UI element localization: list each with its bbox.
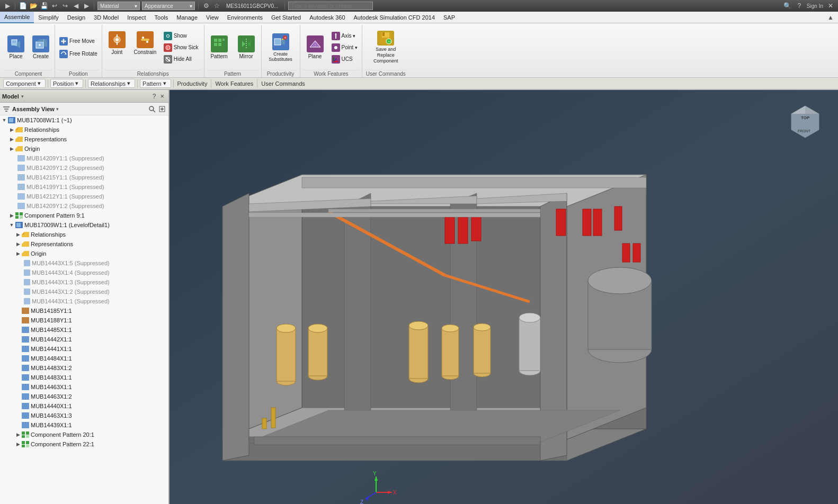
tree-item-mub14443x1-5[interactable]: MUB14443X1:5 (Suppressed) [0,258,168,268]
menu-tools[interactable]: Tools [150,12,173,23]
menu-simplify[interactable]: Simplify [34,12,63,23]
tree-item-mub14443x1-4[interactable]: MUB14443X1:4 (Suppressed) [0,268,168,277]
settings-icon[interactable]: ⚙ [202,2,210,10]
forward-icon[interactable]: ▶ [82,2,91,10]
tree-item-origin-1[interactable]: ▶ Origin [0,144,168,154]
panel-close-btn[interactable]: × [158,92,166,100]
viewport[interactable]: X Y Z TOP FRONT [170,90,838,504]
search-tree-icon[interactable] [148,105,156,113]
tree-item-root[interactable]: ▼ MUB17008W1:1 (~1) [0,115,168,125]
create-button[interactable]: Create [29,31,52,65]
tree-item-representations-2[interactable]: ▶ Representations [0,239,168,249]
menu-sap[interactable]: SAP [439,12,459,23]
open-icon[interactable]: 📂 [29,2,38,10]
tree-container[interactable]: ▼ MUB17008W1:1 (~1) ▶ Relationships ▶ Re… [0,115,168,504]
show-sick-button[interactable]: ! Show Sick [162,42,201,53]
create-substitutes-button[interactable]: + Create Substitutes [264,31,298,65]
filter-icon[interactable] [2,105,11,113]
show-button[interactable]: Show [162,31,201,41]
search-icon[interactable]: 🔍 [783,2,792,10]
expand-pattern-9-1[interactable]: ▶ [8,212,15,219]
tree-item-mub14188y1-1[interactable]: MUB14188Y1:1 [0,316,168,325]
back-icon[interactable]: ◀ [72,2,80,10]
relationships-dropdown[interactable]: Relationships ▾ [88,79,135,88]
tree-item-mub14484x1-1[interactable]: MUB14484X1:1 [0,354,168,363]
axis-button[interactable]: Axis ▾ [329,31,360,41]
expand-representations-1[interactable]: ▶ [8,136,15,142]
menu-get-started[interactable]: Get Started [267,12,305,23]
tree-item-mub14483x1-2[interactable]: MUB14483X1:2 [0,363,168,373]
mirror-button[interactable]: Mirror [234,31,259,65]
sign-in-link[interactable]: Sign In [807,3,823,9]
menu-design[interactable]: Design [63,12,90,23]
star-icon[interactable]: ☆ [212,2,221,10]
expand-origin-1[interactable]: ▶ [8,146,15,152]
redo-icon[interactable]: ↪ [61,2,69,10]
position-dropdown[interactable]: Position ▾ [50,79,83,88]
menu-environments[interactable]: Environments [223,12,267,23]
tree-item-mub14209y1-2[interactable]: MUB14209Y1:2 (Suppressed) [0,163,168,173]
free-move-button[interactable]: Free Move [57,36,97,47]
save-replace-button[interactable]: ↔ Save and Replace Component [364,29,407,66]
tree-item-mub14442x1-1[interactable]: MUB14442X1:1 [0,335,168,344]
menu-manage[interactable]: Manage [172,12,202,23]
pattern-button[interactable]: Pattern [207,31,232,65]
undo-icon[interactable]: ↩ [50,2,59,10]
menu-3dmodel[interactable]: 3D Model [90,12,123,23]
tree-item-pattern-9-1[interactable]: ▶ Component Pattern 9:1 [0,211,168,220]
tree-item-mub14443x1-1[interactable]: MUB14443X1:1 (Suppressed) [0,296,168,306]
save-icon[interactable]: 💾 [40,2,48,10]
work-features-label[interactable]: Work Features [213,80,255,87]
material-combo[interactable]: Material ▾ [97,2,140,10]
tree-item-mub14439x1-1[interactable]: MUB14439X1:1 [0,420,168,430]
menu-view[interactable]: View [202,12,223,23]
appearance-combo[interactable]: Appearance ▾ [142,2,195,10]
place-button[interactable]: Place [4,31,28,65]
tree-item-pattern-22-1[interactable]: ▶ Component Pattern 22:1 [0,439,168,449]
search-input[interactable] [288,2,373,10]
tree-item-mub17009w1-1[interactable]: ▼ MUB17009W1:1 (LevelofDetail1) [0,220,168,230]
tree-item-pattern-20-1[interactable]: ▶ Component Pattern 20:1 [0,430,168,439]
expand-representations-2[interactable]: ▶ [15,241,21,247]
pattern-dropdown[interactable]: Pattern ▾ [140,79,171,88]
expand-relationships-1[interactable]: ▶ [8,127,15,133]
tree-item-relationships-1[interactable]: ▶ Relationships [0,125,168,134]
menu-assemble[interactable]: Assemble [0,12,34,23]
free-rotate-button[interactable]: Free Rotate [57,49,100,59]
panel-help-btn[interactable]: ? [153,93,156,100]
expand-origin-2[interactable]: ▶ [15,250,21,257]
tree-item-mub14209y1-3[interactable]: MUB14209Y1:2 (Suppressed) [0,201,168,211]
expand-root[interactable]: ▼ [1,117,7,123]
assembly-view-arrow[interactable]: ▾ [56,106,59,112]
assembly-view-label[interactable]: Assembly View [12,106,55,112]
expand-pattern-22-1[interactable]: ▶ [15,441,21,447]
expand-mub17009w1-1[interactable]: ▼ [8,222,15,228]
tree-item-mub14443x1-2[interactable]: MUB14443X1:2 (Suppressed) [0,287,168,296]
expand-pattern-20-1[interactable]: ▶ [15,431,21,438]
point-button[interactable]: Point ▾ [329,42,360,53]
joint-button[interactable]: Joint [104,26,130,60]
user-commands-label[interactable]: User Commands [260,80,307,87]
tree-item-mub14463x1-3[interactable]: MUB14463X1:3 [0,411,168,420]
tree-item-mub14215y1-1[interactable]: MUB14215Y1:1 (Suppressed) [0,173,168,182]
menu-autodesk-360[interactable]: Autodesk 360 [305,12,349,23]
plane-button[interactable]: Plane [302,31,328,65]
ucs-button[interactable]: UCS [329,54,360,65]
tree-item-representations-1[interactable]: ▶ Representations [0,134,168,144]
tree-item-mub14440x1-1[interactable]: MUB14440X1:1 [0,401,168,411]
tree-item-mub14483x1-1[interactable]: MUB14483X1:1 [0,373,168,382]
help-icon[interactable]: ? [795,2,804,10]
expand-relationships-2[interactable]: ▶ [15,231,21,238]
productivity-label[interactable]: Productivity [176,80,209,87]
menu-simulation[interactable]: Autodesk Simulation CFD 2014 [350,12,439,23]
tree-item-mub14199y1-1[interactable]: MUB14199Y1:1 (Suppressed) [0,182,168,192]
tree-item-mub14443x1-3[interactable]: MUB14443X1:3 (Suppressed) [0,277,168,287]
component-dropdown[interactable]: Component ▾ [3,79,46,88]
tree-item-mub14485x1-1[interactable]: MUB14485X1:1 [0,325,168,335]
expand-all-icon[interactable] [158,105,166,113]
close-icon[interactable]: ✕ [826,2,835,10]
hide-all-button[interactable]: Hide All [162,54,201,65]
tree-item-mub14463x1-2[interactable]: MUB14463X1:2 [0,392,168,401]
tree-item-origin-2[interactable]: ▶ Origin [0,249,168,258]
expand-ribbon-icon[interactable]: ▲ [826,13,835,22]
